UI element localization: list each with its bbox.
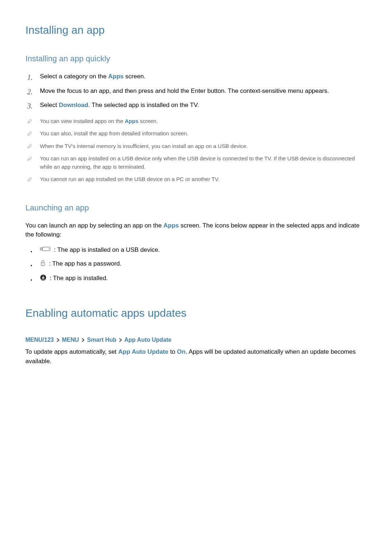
hl-app-auto-update: App Auto Update [118,348,168,355]
breadcrumb: MENU/123 > MENU > Smart Hub > App Auto U… [25,336,367,344]
pencil-icon [27,118,32,126]
usb-icon [40,246,51,254]
note-1: You can view installed apps on the Apps … [25,117,367,126]
section-installing-app: Installing an app Installing an app quic… [25,22,367,283]
step-3-text-suffix: . The selected app is installed on the T… [88,102,199,108]
note-1-suffix: screen. [138,118,158,124]
section-auto-update: Enabling automatic apps updates MENU/123… [25,305,367,366]
note-2-text: You can also, install the app from detai… [40,130,188,136]
icon-item-installed: : The app is installed. [25,274,367,283]
pencil-icon [27,143,32,151]
chevron-right-icon: > [57,334,59,345]
note-3: When the TV's internal memory is insuffi… [25,142,367,151]
note-1-prefix: You can view installed apps on the [40,118,125,124]
download-link[interactable]: Download [59,102,88,108]
steps-list: Select a category on the Apps screen. Mo… [25,72,367,110]
update-description: To update apps automatically, set App Au… [25,347,367,366]
svg-point-4 [49,249,49,249]
icon-list: : The app is installed on a USB device. … [25,246,367,283]
apps-link[interactable]: Apps [108,73,124,80]
hl-on: On [177,348,186,355]
apps-link-note[interactable]: Apps [125,118,139,124]
svg-rect-1 [40,248,42,250]
bc-smarthub[interactable]: Smart Hub [87,337,117,343]
step-3: Select Download. The selected app is ins… [25,100,367,110]
update-text-mid: to [168,348,177,355]
step-1-text-prefix: Select a category on the [40,73,108,80]
step-1: Select a category on the Apps screen. [25,72,367,81]
note-5: You cannot run an app installed on the U… [25,175,367,184]
step-2-text: Move the focus to an app, and then press… [40,87,329,94]
note-4-text: You can run an app installed on a USB de… [40,155,355,170]
chevron-right-icon: > [119,334,122,345]
icon-1-text: : The app is installed on a USB device. [52,246,160,253]
launching-intro: You can launch an app by selecting an ap… [25,221,367,239]
installed-icon [40,274,46,283]
update-text-prefix: To update apps automatically, set [25,348,118,355]
icon-2-text: : The app has a password. [47,260,122,267]
apps-link-launch[interactable]: Apps [163,222,179,229]
icon-3-text: : The app is installed. [48,275,108,282]
pencil-icon [27,155,32,164]
note-4: You can run an app installed on a USB de… [25,155,367,171]
bc-menu[interactable]: MENU [62,337,79,343]
bc-menu123[interactable]: MENU/123 [25,337,54,343]
lock-icon [40,260,46,268]
step-2: Move the focus to an app, and then press… [25,86,367,96]
icon-item-usb: : The app is installed on a USB device. [25,246,367,254]
main-heading-updates: Enabling automatic apps updates [25,305,367,321]
step-3-text-prefix: Select [40,102,59,108]
bc-autoupdate[interactable]: App Auto Update [124,337,171,343]
note-5-text: You cannot run an app installed on the U… [40,176,220,182]
note-2: You can also, install the app from detai… [25,130,367,138]
svg-point-6 [42,264,43,264]
notes-list: You can view installed apps on the Apps … [25,117,367,184]
sub-heading-quickly: Installing an app quickly [25,53,367,65]
main-heading-installing: Installing an app [25,22,367,38]
chevron-right-icon: > [82,334,84,345]
launching-intro-prefix: You can launch an app by selecting an ap… [25,222,163,229]
icon-item-lock: : The app has a password. [25,260,367,268]
note-3-text: When the TV's internal memory is insuffi… [40,143,248,149]
sub-heading-launching: Launching an app [25,202,367,214]
pencil-icon [27,176,32,184]
step-1-text-suffix: screen. [124,73,146,80]
pencil-icon [27,130,32,139]
